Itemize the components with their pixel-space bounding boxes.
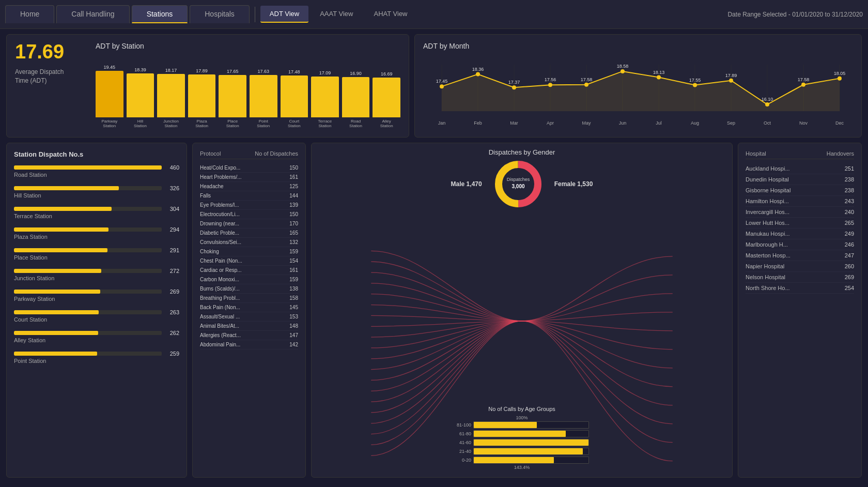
bar-label: AlleyStation bbox=[380, 119, 393, 129]
hospital-headers: Hospital Handovers bbox=[746, 150, 854, 159]
sankey-card: Dispatches by Gender Male 1,470 Dispatch… bbox=[311, 143, 733, 478]
bar-value: 16.69 bbox=[381, 71, 393, 77]
bar-rect bbox=[311, 77, 339, 117]
svg-text:16.10: 16.10 bbox=[762, 97, 773, 102]
protocol-row: Diabetic Proble...165 bbox=[200, 229, 298, 238]
adt-bar-chart: 19.45ParkwayStation18.39HillStation18.17… bbox=[96, 53, 400, 130]
dispatch-item: 304Terrace Station bbox=[14, 206, 179, 219]
hospital-row: Lower Hutt Hos...265 bbox=[746, 218, 854, 229]
svg-point-30 bbox=[657, 75, 661, 80]
age-chart: 81-10061-8041-6021-400-20 bbox=[455, 421, 589, 464]
adt-month-title: ADT by Month bbox=[423, 42, 853, 50]
protocol-row: Electrocution/Li...150 bbox=[200, 210, 298, 219]
age-row: 81-100 bbox=[455, 421, 589, 429]
protocol-row: Abdominal Pain...142 bbox=[200, 340, 298, 349]
nav-tab-home[interactable]: Home bbox=[5, 5, 54, 23]
protocol-row: Eye Problems/l...139 bbox=[200, 201, 298, 210]
hospital-row: Hamilton Hospi...243 bbox=[746, 196, 854, 207]
svg-text:Sep: Sep bbox=[727, 120, 735, 126]
dispatch-item: 263Court Station bbox=[14, 309, 179, 323]
nav-tabs: HomeCall HandlingStationsHospitals bbox=[5, 5, 250, 23]
protocol-row: Heat/Cold Expo...150 bbox=[200, 163, 298, 173]
nav-view-tabs: ADT ViewAAAT ViewAHAT View bbox=[260, 6, 417, 23]
svg-point-45 bbox=[838, 77, 842, 81]
bar-rect bbox=[373, 78, 400, 117]
bar-rect bbox=[342, 77, 370, 117]
svg-text:Nov: Nov bbox=[799, 120, 808, 126]
age-section: No of Calls by Age Groups 100% 81-10061-… bbox=[455, 406, 589, 470]
bar-item: 18.17JunctionStation bbox=[157, 68, 185, 129]
svg-point-27 bbox=[621, 69, 625, 73]
protocol-headers: Protocol No of Dispatches bbox=[200, 150, 298, 159]
adt-station-card: 17.69 Average DispatchTime (ADT) ADT by … bbox=[6, 34, 409, 138]
main-content: 17.69 Average DispatchTime (ADT) ADT by … bbox=[0, 29, 868, 483]
nav-view-tab-adt-view[interactable]: ADT View bbox=[260, 6, 308, 23]
bar-rect bbox=[188, 74, 216, 117]
svg-text:17.55: 17.55 bbox=[689, 78, 701, 83]
bar-label: JunctionStation bbox=[163, 119, 179, 129]
svg-text:Dec: Dec bbox=[835, 120, 844, 126]
svg-text:18.05: 18.05 bbox=[834, 71, 846, 76]
dispatch-item: 460Road Station bbox=[14, 164, 179, 178]
bar-label: TerraceStation bbox=[318, 119, 332, 129]
svg-text:Apr: Apr bbox=[547, 120, 554, 126]
hospital-row: Marlborough H...246 bbox=[746, 239, 854, 250]
nav-tab-call-handling[interactable]: Call Handling bbox=[56, 5, 129, 23]
svg-text:17.58: 17.58 bbox=[798, 77, 810, 82]
svg-text:Jun: Jun bbox=[619, 120, 627, 126]
bar-label: PlaceStation bbox=[226, 119, 239, 129]
bar-value: 17.09 bbox=[319, 70, 331, 75]
dispatch-item: 259Point Station bbox=[14, 351, 179, 364]
nav-tab-stations[interactable]: Stations bbox=[132, 5, 188, 23]
hospital-row: Dunedin Hospital238 bbox=[746, 174, 854, 185]
svg-text:Mar: Mar bbox=[510, 120, 518, 126]
svg-text:18.36: 18.36 bbox=[472, 67, 484, 72]
bar-value: 17.48 bbox=[288, 69, 300, 74]
bar-rect bbox=[157, 74, 185, 117]
hospital-row: Invercargill Hos...240 bbox=[746, 207, 854, 218]
hospital-row: Auckland Hospi...251 bbox=[746, 163, 854, 174]
svg-text:Oct: Oct bbox=[764, 120, 771, 126]
protocol-row: Chest Pain (Non...154 bbox=[200, 256, 298, 266]
svg-point-39 bbox=[765, 102, 769, 106]
bar-value: 16.90 bbox=[350, 71, 362, 76]
protocol-row: Breathing Probl...158 bbox=[200, 294, 298, 303]
protocol-row: Animal Bites/At...148 bbox=[200, 322, 298, 331]
bar-item: 18.39HillStation bbox=[127, 67, 154, 129]
protocol-col2: No of Dispatches bbox=[255, 150, 298, 157]
svg-point-12 bbox=[440, 84, 444, 88]
nav-tab-hospitals[interactable]: Hospitals bbox=[190, 5, 250, 23]
bar-item: 17.63PointStation bbox=[250, 69, 277, 129]
svg-point-18 bbox=[512, 85, 516, 89]
hospital-col1: Hospital bbox=[746, 150, 766, 157]
svg-text:May: May bbox=[582, 120, 591, 126]
svg-text:17.89: 17.89 bbox=[725, 73, 737, 78]
hospital-row: North Shore Ho...254 bbox=[746, 283, 854, 294]
bar-rect bbox=[281, 75, 308, 117]
hospital-col2: Handovers bbox=[827, 150, 854, 157]
svg-text:18.58: 18.58 bbox=[617, 64, 629, 69]
bar-item: 16.90RoadStation bbox=[342, 71, 370, 129]
age-row: 21-40 bbox=[455, 448, 589, 455]
svg-text:Jul: Jul bbox=[656, 120, 662, 126]
bar-rect bbox=[219, 75, 246, 117]
bar-value: 18.17 bbox=[165, 68, 177, 73]
hospital-row: Manukau Hospi...249 bbox=[746, 229, 854, 239]
bar-item: 16.69AlleyStation bbox=[373, 71, 400, 129]
protocol-col1: Protocol bbox=[200, 150, 221, 157]
dispatch-item: 269Parkway Station bbox=[14, 288, 179, 302]
bar-value: 17.65 bbox=[227, 69, 239, 74]
protocol-row: Heart Problems/...161 bbox=[200, 173, 298, 182]
adt-chart-area: ADT by Station 19.45ParkwayStation18.39H… bbox=[96, 42, 400, 130]
svg-text:17.45: 17.45 bbox=[436, 79, 448, 84]
dispatch-item: 272Junction Station bbox=[14, 268, 179, 281]
nav-view-tab-ahat-view[interactable]: AHAT View bbox=[364, 6, 416, 23]
adt-label: Average DispatchTime (ADT) bbox=[15, 68, 87, 85]
protocol-row: Convulsions/Sei...132 bbox=[200, 238, 298, 247]
dispatch-list: 460Road Station326Hill Station304Terrace… bbox=[14, 164, 179, 364]
line-chart-svg: 17.45Jan18.36Feb17.37Mar17.56Apr17.58May… bbox=[423, 54, 853, 127]
nav-view-tab-aaat-view[interactable]: AAAT View bbox=[311, 6, 362, 23]
bar-item: 17.89PlazaStation bbox=[188, 68, 216, 129]
age-row: 0-20 bbox=[455, 456, 589, 464]
protocol-card: Protocol No of Dispatches Heat/Cold Expo… bbox=[192, 143, 306, 478]
